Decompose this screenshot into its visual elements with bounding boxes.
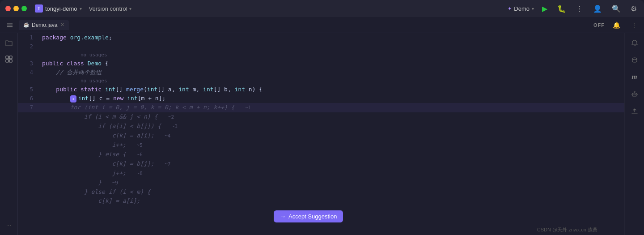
gutter-database-icon[interactable] [628, 54, 641, 66]
minimize-button[interactable] [13, 6, 19, 11]
code-line-5: 5 public static int[] merge(int[] a, int… [18, 85, 624, 94]
ghost-line-2: if (i < m && j < n) { ~2 [18, 112, 624, 122]
ghost-line-7: c[k] = b[j]; ~7 [18, 159, 624, 169]
sidebar-toggle-button[interactable] [4, 19, 16, 31]
run-button[interactable]: ▶ [540, 4, 549, 14]
run-config-name: Demo [514, 5, 530, 12]
ghost-line-4: c[k] = a[i]; ~4 [18, 131, 624, 141]
gutter-robot-icon[interactable] [628, 88, 641, 100]
svg-rect-2 [7, 26, 13, 27]
tabs-bar: ☕ Demo.java ✕ OFF 🔔 ⋮ [0, 17, 644, 33]
ghost-line-5: i++; ~5 [18, 141, 624, 150]
version-control-chevron-icon: ▾ [129, 6, 131, 11]
tab-label: Demo.java [32, 22, 57, 28]
user-icon[interactable]: 👤 [591, 4, 604, 14]
ghost-line-6: } else { ~6 [18, 150, 624, 159]
tab-demo-java[interactable]: ☕ Demo.java ✕ [19, 20, 69, 30]
settings-icon[interactable]: ⚙ [629, 4, 639, 14]
code-line-1: 1 package org.example; [18, 33, 624, 42]
code-line-2: 2 [18, 42, 624, 51]
code-line-4: 4 // 合并两个数组 [18, 68, 624, 77]
traffic-lights [5, 6, 27, 11]
toolbar-right-icons: OFF 🔔 ⋮ [593, 19, 640, 31]
ai-inline-widget: ✦ [70, 95, 76, 103]
project-name: tongyi-demo [45, 5, 77, 12]
no-usages-label-1: no usages [18, 51, 624, 59]
run-config-chevron-icon: ▾ [532, 6, 534, 11]
svg-rect-4 [9, 56, 12, 59]
code-line-3: 3 public class Demo { [18, 59, 624, 68]
ghost-line-10: } else if (i < m) { [18, 188, 624, 197]
svg-point-7 [632, 58, 637, 60]
search-icon[interactable]: 🔍 [610, 4, 623, 14]
gutter-upload-icon[interactable] [628, 105, 641, 117]
accept-arrow-icon: → [280, 213, 286, 220]
svg-rect-10 [635, 94, 636, 95]
svg-rect-0 [7, 23, 13, 24]
svg-point-11 [634, 91, 635, 92]
watermark: CSDN @天外 znwx.cn 孩桑 [537, 226, 597, 233]
svg-rect-9 [633, 94, 634, 95]
sidebar-icon-more[interactable]: ··· [3, 219, 15, 231]
ghost-line-11: c[k] = a[i]; [18, 197, 624, 205]
debug-button[interactable]: 🐛 [555, 4, 568, 14]
project-icon: T [35, 4, 43, 13]
ghost-line-8: j++; ~8 [18, 169, 624, 178]
main-window: T tongyi-demo ▾ Version control ▾ ✦ Demo… [0, 0, 644, 235]
main-area: ··· 1 package org.example; 2 [0, 33, 644, 235]
ghost-line-3: if (a[i] < b[j]) { ~3 [18, 122, 624, 131]
ai-inline-icon: ✦ [72, 94, 75, 103]
version-control-label: Version control [89, 5, 127, 12]
svg-rect-8 [632, 93, 637, 96]
titlebar: T tongyi-demo ▾ Version control ▾ ✦ Demo… [0, 0, 644, 17]
code-lines: 1 package org.example; 2 no usages 3 pub… [18, 33, 624, 205]
left-sidebar: ··· [0, 33, 18, 235]
tab-close-button[interactable]: ✕ [60, 22, 64, 28]
sidebar-icon-structure[interactable] [3, 53, 15, 65]
java-file-icon: ☕ [23, 22, 30, 28]
code-line-6: 6 ✦int[] c = new int[m + n]; [18, 94, 624, 103]
off-badge: OFF [593, 22, 605, 28]
gutter-m-icon[interactable]: m [628, 71, 641, 83]
sidebar-icon-folder[interactable] [3, 37, 15, 49]
run-config-dot-icon: ✦ [508, 6, 512, 12]
code-area[interactable]: 1 package org.example; 2 no usages 3 pub… [18, 33, 624, 235]
project-chevron-icon: ▾ [80, 6, 82, 11]
version-control-button[interactable]: Version control ▾ [89, 5, 131, 12]
close-button[interactable] [5, 6, 11, 11]
toolbar-bell-icon[interactable]: 🔔 [610, 19, 623, 31]
accept-suggestion-button[interactable]: → Accept Suggestion [274, 210, 343, 222]
accept-suggestion-label: Accept Suggestion [288, 213, 337, 220]
code-line-7: 7 for (int i = 0, j = 0, k = 0; k < m + … [18, 103, 624, 112]
maximize-button[interactable] [21, 6, 27, 11]
more-button[interactable]: ⋮ [574, 4, 585, 14]
svg-rect-5 [6, 60, 8, 62]
code-editor[interactable]: 1 package org.example; 2 no usages 3 pub… [18, 33, 624, 235]
svg-rect-1 [7, 25, 13, 26]
project-selector[interactable]: T tongyi-demo ▾ [35, 4, 82, 13]
svg-rect-6 [9, 60, 12, 62]
svg-rect-3 [6, 56, 8, 59]
titlebar-right: ✦ Demo ▾ ▶ 🐛 ⋮ 👤 🔍 ⚙ [508, 4, 639, 14]
gutter-bell-icon[interactable] [628, 37, 641, 49]
no-usages-label-2: no usages [18, 77, 624, 85]
toolbar-more-icon[interactable]: ⋮ [628, 19, 640, 31]
run-config-selector[interactable]: ✦ Demo ▾ [508, 5, 534, 12]
ghost-line-9: } ~9 [18, 178, 624, 188]
right-gutter: m [624, 33, 644, 235]
